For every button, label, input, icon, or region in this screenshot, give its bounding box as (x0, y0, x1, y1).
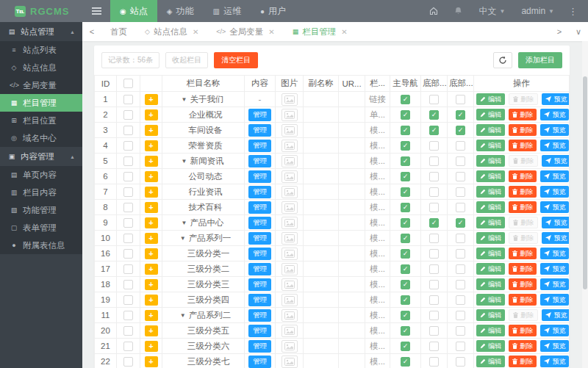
tab[interactable]: 首页 ✕ (101, 22, 136, 41)
manage-content-button[interactable]: 管理 (248, 155, 271, 167)
footer-nav-checkbox-2[interactable] (456, 280, 465, 289)
preview-button[interactable]: 预览 (540, 109, 569, 120)
add-child-button[interactable]: + (145, 325, 158, 336)
edit-button[interactable]: 编辑 (476, 217, 505, 228)
delete-button[interactable]: 删除 (509, 356, 537, 367)
scrollbar-thumb[interactable] (583, 76, 587, 289)
tab[interactable]: ◇ 站点信息 ✕ (136, 22, 207, 41)
delete-button[interactable]: 删除 (509, 340, 537, 352)
tab-close-icon[interactable]: ✕ (268, 28, 274, 36)
footer-nav-checkbox-2[interactable] (456, 95, 465, 104)
row-checkbox[interactable] (123, 95, 133, 104)
image-placeholder-icon[interactable] (282, 263, 298, 275)
manage-content-button[interactable]: 管理 (248, 232, 271, 245)
footer-nav-checkbox-2[interactable] (456, 357, 465, 367)
manage-content-button[interactable]: 管理 (248, 325, 271, 337)
edit-button[interactable]: 编辑 (476, 170, 505, 182)
footer-nav-checkbox-1[interactable] (429, 203, 439, 212)
image-placeholder-icon[interactable] (282, 155, 298, 167)
delete-button[interactable]: 删除 (509, 109, 537, 120)
footer-nav-checkbox-2[interactable] (456, 311, 465, 320)
top-nav-item[interactable]: ▥ 运维 (203, 0, 250, 22)
tabs-scroll-right-icon[interactable]: > (550, 22, 569, 41)
manage-content-button[interactable]: 管理 (248, 278, 271, 291)
delete-button[interactable]: 删除 (509, 124, 537, 136)
edit-button[interactable]: 编辑 (476, 263, 505, 275)
image-placeholder-icon[interactable] (282, 124, 298, 137)
row-checkbox[interactable] (123, 172, 133, 181)
edit-button[interactable]: 编辑 (476, 124, 505, 136)
tab[interactable]: ▦ 栏目管理 ✕ (284, 22, 356, 41)
edit-button[interactable]: 编辑 (476, 325, 505, 336)
row-checkbox[interactable] (123, 311, 133, 320)
add-child-button[interactable]: + (145, 341, 158, 352)
collapse-caret-icon[interactable]: ▼ (182, 220, 187, 226)
add-child-button[interactable]: + (145, 171, 158, 182)
delete-button[interactable]: 删除 (509, 140, 537, 151)
language-switcher[interactable]: 中文 ▼ (470, 0, 513, 22)
top-nav-item[interactable]: ◉ 站点 (110, 0, 157, 22)
collapse-caret-icon[interactable]: ▼ (180, 235, 186, 242)
preview-button[interactable]: 预览 (540, 325, 569, 336)
row-checkbox[interactable] (123, 249, 133, 259)
delete-button[interactable]: 删除 (509, 201, 537, 213)
notification-bell-icon[interactable] (446, 0, 470, 22)
main-nav-checkbox[interactable] (401, 156, 410, 166)
image-placeholder-icon[interactable] (282, 340, 298, 353)
delete-button[interactable]: 删除 (509, 325, 537, 336)
footer-nav-checkbox-1[interactable] (429, 156, 439, 166)
manage-content-button[interactable]: 管理 (248, 186, 271, 198)
sidebar-item[interactable]: ▧ 功能管理 (0, 201, 82, 219)
add-child-button[interactable]: + (145, 295, 158, 306)
sidebar-item[interactable]: ◇ 站点信息 (0, 59, 82, 76)
hamburger-menu-icon[interactable] (82, 0, 110, 22)
footer-nav-checkbox-2[interactable] (456, 295, 465, 305)
footer-nav-checkbox-2[interactable] (456, 203, 465, 212)
edit-button[interactable]: 编辑 (476, 340, 505, 352)
edit-button[interactable]: 编辑 (476, 201, 505, 213)
collapse-columns-button[interactable]: 收起栏目 (165, 52, 208, 68)
footer-nav-checkbox-1[interactable] (429, 311, 439, 320)
manage-content-button[interactable]: 管理 (248, 140, 271, 152)
footer-nav-checkbox-1[interactable] (429, 295, 439, 305)
manage-content-button[interactable]: 管理 (248, 201, 271, 214)
add-child-button[interactable]: + (145, 264, 158, 275)
row-checkbox[interactable] (123, 141, 133, 151)
row-checkbox[interactable] (123, 234, 133, 243)
preview-button[interactable]: 预览 (540, 124, 569, 136)
row-checkbox[interactable] (123, 126, 133, 135)
preview-button[interactable]: 预览 (540, 294, 569, 306)
sidebar-item[interactable]: ▥ 栏目内容 (0, 184, 82, 201)
sidebar-group-title[interactable]: ▤ 站点管理 ▲ (0, 22, 82, 41)
main-nav-checkbox[interactable] (401, 218, 410, 228)
main-nav-checkbox[interactable] (401, 95, 410, 104)
manage-content-button[interactable]: 管理 (248, 340, 271, 353)
main-nav-checkbox[interactable] (401, 326, 410, 336)
row-checkbox[interactable] (123, 218, 133, 228)
collapse-caret-icon[interactable]: ▼ (180, 312, 186, 319)
add-child-button[interactable]: + (145, 310, 158, 321)
footer-nav-checkbox-1[interactable] (429, 249, 439, 259)
preview-button[interactable]: 预览 (540, 248, 569, 259)
collapse-caret-icon[interactable]: ▼ (182, 96, 187, 103)
edit-button[interactable]: 编辑 (476, 309, 505, 321)
edit-button[interactable]: 编辑 (476, 248, 505, 259)
main-nav-checkbox[interactable] (401, 295, 410, 305)
sidebar-item[interactable]: ≡ 站点列表 (0, 41, 82, 59)
add-child-button[interactable]: + (145, 217, 158, 228)
preview-button[interactable]: 预览 (542, 232, 569, 244)
edit-button[interactable]: 编辑 (476, 109, 505, 120)
sidebar-item[interactable]: ◎ 域名中心 (0, 129, 82, 147)
preview-button[interactable]: 预览 (540, 170, 569, 182)
image-placeholder-icon[interactable] (282, 309, 298, 322)
tabs-menu-icon[interactable]: ∨ (569, 22, 588, 41)
top-nav-item[interactable]: ● 用户 (251, 0, 295, 22)
preview-button[interactable]: 预览 (540, 186, 569, 198)
edit-button[interactable]: 编辑 (476, 140, 505, 151)
sidebar-item[interactable]: ▦ 栏目管理 (0, 94, 82, 112)
image-placeholder-icon[interactable] (282, 201, 298, 214)
preview-button[interactable]: 预览 (540, 356, 569, 367)
footer-nav-checkbox-1[interactable] (429, 264, 439, 274)
delete-button[interactable]: 删除 (509, 186, 537, 198)
select-all-checkbox[interactable] (123, 79, 133, 88)
